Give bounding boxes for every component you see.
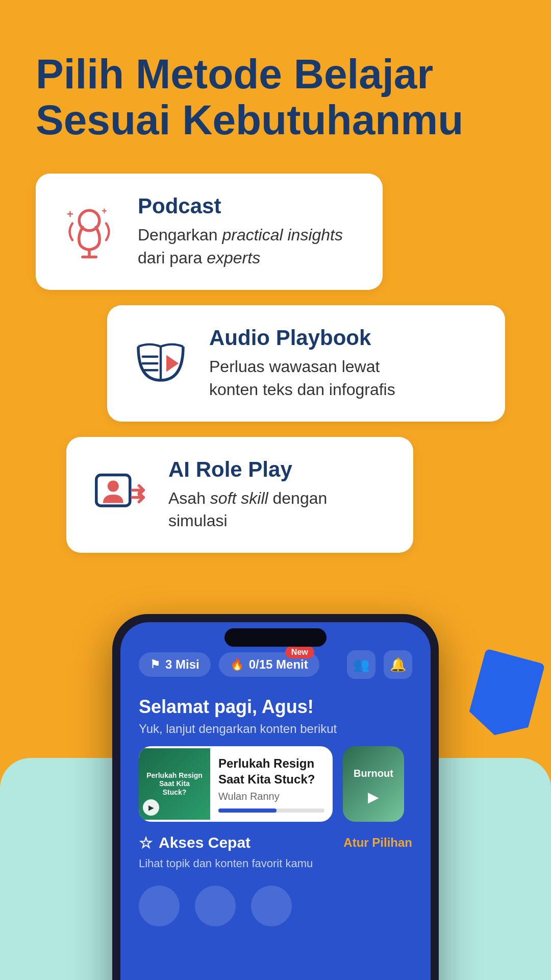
audio-playbook-title: Audio Playbook: [209, 326, 480, 350]
progress-fill: [218, 808, 277, 813]
star-icon: ☆: [139, 834, 153, 852]
phone-greeting: Selamat pagi, Agus! Yuk, lanjut dengarka…: [120, 691, 431, 746]
phone-notch: [224, 628, 327, 647]
quick-icon-3[interactable]: [251, 886, 292, 926]
content-thumbnail: Perlukah ResignSaat KitaStuck? ▶: [139, 748, 210, 820]
side-content-card[interactable]: Burnout ▶: [343, 746, 404, 821]
book-icon: [133, 335, 189, 391]
topbar-icons: 👥 🔔: [347, 650, 412, 679]
play-button-small[interactable]: ▶: [143, 799, 159, 816]
podcast-desc: Dengarkan practical insights dari para e…: [138, 224, 357, 270]
missions-label: 3 Misi: [165, 657, 199, 672]
phone-screen: ⚑ 3 Misi New 🔥 0/15 Menit 👥 🔔: [120, 622, 431, 980]
new-badge: New: [285, 646, 314, 658]
method-card-audio-playbook[interactable]: Audio Playbook Perluas wawasan lewatkont…: [107, 305, 505, 422]
audio-playbook-text: Audio Playbook Perluas wawasan lewatkont…: [209, 326, 480, 401]
akses-link[interactable]: Atur Pilihan: [343, 836, 412, 850]
podcast-icon: + +: [61, 204, 117, 260]
bell-icon: 🔔: [390, 657, 406, 673]
audio-playbook-desc: Perluas wawasan lewatkonten teks dan inf…: [209, 355, 480, 401]
friends-icon-btn[interactable]: 👥: [347, 650, 375, 679]
svg-text:+: +: [67, 208, 73, 220]
content-author: Wulan Ranny: [218, 791, 324, 802]
akses-sub: Lihat topik dan konten favorit kamu: [139, 857, 412, 870]
thumb-text: Perlukah ResignSaat KitaStuck?: [141, 766, 208, 802]
bell-icon-btn[interactable]: 🔔: [384, 650, 412, 679]
methods-list: + + Podcast Dengarkan practical insights…: [36, 174, 515, 553]
streak-label: 0/15 Menit: [249, 657, 308, 672]
greeting-sub: Yuk, lanjut dengarkan konten berikut: [139, 722, 412, 736]
svg-marker-9: [166, 355, 179, 372]
main-content-card[interactable]: Perlukah ResignSaat KitaStuck? ▶ Perluka…: [139, 746, 333, 821]
roleplay-icon: [92, 467, 148, 523]
akses-header: ☆ Akses Cepat Atur Pilihan: [139, 834, 412, 852]
progress-bar: [218, 808, 324, 813]
podcast-title: Podcast: [138, 194, 357, 218]
content-cards-row: Perlukah ResignSaat KitaStuck? ▶ Perluka…: [120, 746, 431, 821]
ai-roleplay-text: AI Role Play Asah soft skill dengan simu…: [168, 457, 388, 533]
svg-text:+: +: [102, 206, 107, 216]
phone-section: ⚑ 3 Misi New 🔥 0/15 Menit 👥 🔔: [0, 614, 551, 980]
play-button-side: ▶: [368, 789, 379, 805]
side-card-title: Burnout: [348, 763, 398, 785]
svg-point-11: [108, 481, 119, 492]
quick-icon-1[interactable]: [139, 886, 180, 926]
missions-badge: ⚑ 3 Misi: [139, 652, 211, 677]
method-card-ai-roleplay[interactable]: AI Role Play Asah soft skill dengan simu…: [66, 437, 413, 553]
content-info: Perlukah Resign Saat Kita Stuck? Wulan R…: [210, 746, 333, 821]
phone-mockup: ⚑ 3 Misi New 🔥 0/15 Menit 👥 🔔: [112, 614, 439, 980]
top-section: Pilih Metode Belajar Sesuai Kebutuhanmu …: [0, 0, 551, 583]
page-title: Pilih Metode Belajar Sesuai Kebutuhanmu: [36, 51, 515, 143]
akses-section: ☆ Akses Cepat Atur Pilihan Lihat topik d…: [120, 822, 431, 947]
greeting-title: Selamat pagi, Agus!: [139, 696, 412, 718]
quick-access-icons: [139, 886, 412, 937]
flame-icon: 🔥: [230, 658, 244, 671]
missions-icon: ⚑: [150, 658, 160, 671]
friends-icon: 👥: [353, 657, 369, 673]
akses-title: ☆ Akses Cepat: [139, 834, 251, 852]
method-card-podcast[interactable]: + + Podcast Dengarkan practical insights…: [36, 174, 383, 290]
ai-roleplay-desc: Asah soft skill dengan simulasi: [168, 487, 388, 533]
blue-sticker: [465, 648, 545, 743]
page-wrapper: Pilih Metode Belajar Sesuai Kebutuhanmu …: [0, 0, 551, 980]
ai-roleplay-title: AI Role Play: [168, 457, 388, 482]
quick-icon-2[interactable]: [195, 886, 236, 926]
podcast-text: Podcast Dengarkan practical insights dar…: [138, 194, 357, 270]
content-title: Perlukah Resign Saat Kita Stuck?: [218, 755, 324, 787]
streak-badge: New 🔥 0/15 Menit: [219, 652, 319, 677]
